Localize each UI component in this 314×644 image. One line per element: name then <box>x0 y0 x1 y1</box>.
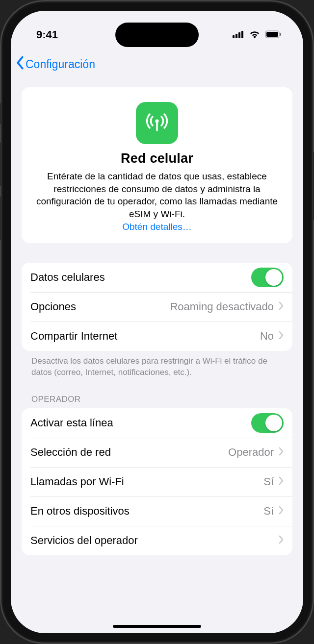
row-label: Datos celulares <box>30 271 251 284</box>
phone-frame: 9:41 Configuración <box>0 0 314 644</box>
cellular-icon <box>136 102 178 144</box>
chevron-right-icon <box>279 300 284 313</box>
chevron-right-icon <box>279 446 284 459</box>
back-label: Configuración <box>26 58 95 71</box>
page-title: Red celular <box>31 151 283 166</box>
row-label: Selección de red <box>30 446 228 459</box>
svg-rect-0 <box>233 35 235 38</box>
home-indicator[interactable] <box>113 625 201 628</box>
status-time: 9:41 <box>36 28 58 41</box>
wifi-calling-row[interactable]: Llamadas por Wi-Fi Sí <box>22 467 292 496</box>
row-label: En otros dispositivos <box>30 505 263 518</box>
cellular-data-row[interactable]: Datos celulares <box>22 263 292 292</box>
chevron-right-icon <box>279 475 284 488</box>
carrier-section-header: Operador <box>31 395 292 404</box>
personal-hotspot-row[interactable]: Compartir Internet No <box>22 322 292 351</box>
toggle-knob <box>265 415 282 431</box>
chevron-right-icon <box>279 505 284 518</box>
dynamic-island <box>115 23 199 47</box>
general-settings-group: Datos celulares Opciones Roaming desacti… <box>22 263 292 351</box>
group-footnote: Desactiva los datos celulares para restr… <box>22 351 292 378</box>
chevron-right-icon <box>279 330 284 343</box>
svg-rect-5 <box>266 32 278 37</box>
cellular-signal-icon <box>233 28 244 41</box>
svg-rect-6 <box>280 33 282 36</box>
side-button <box>0 142 1 186</box>
side-button <box>0 103 1 124</box>
row-label: Activar esta línea <box>30 417 251 429</box>
carrier-settings-group: Activar esta línea Selección de red Oper… <box>22 408 292 555</box>
row-detail: Sí <box>263 505 274 518</box>
nav-bar: Configuración <box>11 49 303 79</box>
toggle-knob <box>265 269 282 286</box>
svg-rect-3 <box>241 31 243 38</box>
hero-description: Entérate de la cantidad de datos que usa… <box>31 170 283 221</box>
wifi-icon <box>249 28 261 41</box>
other-devices-row[interactable]: En otros dispositivos Sí <box>22 496 292 526</box>
screen: 9:41 Configuración <box>11 11 303 633</box>
row-detail: Operador <box>228 446 274 459</box>
row-detail: Sí <box>263 475 274 488</box>
learn-more-link[interactable]: Obtén detalles… <box>122 222 192 232</box>
content-scroll[interactable]: Red celular Entérate de la cantidad de d… <box>11 79 303 633</box>
network-selection-row[interactable]: Selección de red Operador <box>22 438 292 467</box>
chevron-right-icon <box>279 534 284 547</box>
back-button[interactable]: Configuración <box>16 56 95 73</box>
row-label: Servicios del operador <box>30 534 274 547</box>
hero-card: Red celular Entérate de la cantidad de d… <box>22 87 292 243</box>
svg-rect-1 <box>236 34 237 38</box>
row-detail: No <box>260 330 274 343</box>
row-label: Llamadas por Wi-Fi <box>30 475 263 488</box>
row-detail: Roaming desactivado <box>170 300 274 313</box>
row-label: Compartir Internet <box>30 330 260 343</box>
svg-rect-2 <box>238 32 240 38</box>
cellular-data-toggle[interactable] <box>251 268 284 287</box>
status-icons <box>233 28 282 41</box>
row-label: Opciones <box>30 300 170 313</box>
activate-line-toggle[interactable] <box>251 413 284 433</box>
battery-icon <box>265 28 282 41</box>
chevron-left-icon <box>16 56 25 73</box>
activate-line-row[interactable]: Activar esta línea <box>22 408 292 438</box>
side-button <box>0 196 1 240</box>
options-row[interactable]: Opciones Roaming desactivado <box>22 292 292 322</box>
carrier-services-row[interactable]: Servicios del operador <box>22 526 292 555</box>
